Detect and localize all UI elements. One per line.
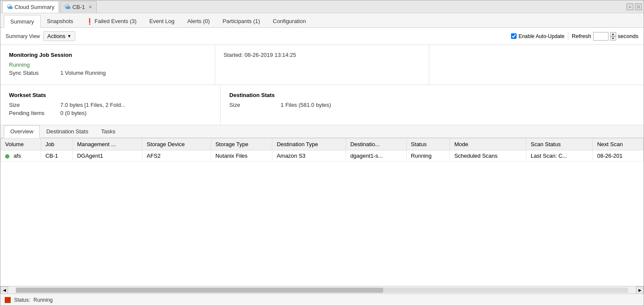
- scroll-right-button[interactable]: ▶: [636, 286, 644, 294]
- cell-storage-type: Nutanix Files: [211, 150, 272, 162]
- toolbar: Summary View Actions ▼ Enable Auto-Updat…: [0, 28, 644, 45]
- tab-configuration[interactable]: Configuration: [266, 15, 312, 27]
- title-tab-cb1[interactable]: 🌥 CB-1 ✕: [60, 1, 97, 13]
- title-bar: 🌥 Cloud Summary 🌥 CB-1 ✕ – □: [0, 0, 644, 13]
- maximize-button[interactable]: □: [635, 3, 642, 10]
- tab-failed-events-label: Failed Events (3): [95, 18, 136, 24]
- tab-snapshots-label: Snapshots: [47, 18, 73, 24]
- scroll-left-button[interactable]: ◀: [0, 286, 8, 294]
- monitoring-section: Monitoring Job Session Running Sync Stat…: [0, 45, 215, 85]
- monitoring-status: Running: [9, 62, 30, 68]
- col-status: Status: [406, 138, 450, 150]
- table-row[interactable]: afs CB-1 DGAgent1 AFS2 Nutanix Files Ama…: [1, 150, 644, 162]
- refresh-label: Refresh: [572, 33, 591, 39]
- status-indicator: [5, 297, 11, 303]
- toolbar-right: Enable Auto-Update Refresh 15 ▲ ▼ second…: [511, 32, 638, 41]
- cell-destination: dgagent1-s...: [346, 150, 407, 162]
- refresh-unit: seconds: [618, 33, 638, 39]
- sync-value: 1 Volume Running: [60, 70, 106, 76]
- sync-label: Sync Status: [9, 70, 60, 76]
- toolbar-divider: [568, 32, 568, 41]
- title-tab-label-cb1: CB-1: [72, 4, 85, 10]
- bottom-tab-dest-label: Destination Stats: [46, 128, 88, 135]
- minimize-button[interactable]: –: [626, 3, 633, 10]
- col-destination: Destinatio...: [346, 138, 407, 150]
- col-storage-type: Storage Type: [211, 138, 272, 150]
- bottom-tab-overview[interactable]: Overview: [4, 125, 40, 138]
- bottom-tab-tasks-label: Tasks: [101, 128, 115, 135]
- horizontal-scrollbar[interactable]: [16, 288, 628, 293]
- spin-down-button[interactable]: ▼: [610, 36, 616, 41]
- tab-configuration-label: Configuration: [273, 18, 306, 24]
- bottom-tab-overview-label: Overview: [10, 128, 33, 135]
- actions-button[interactable]: Actions ▼: [43, 31, 75, 41]
- volume-name: afs: [14, 153, 21, 159]
- window-controls: – □: [626, 3, 642, 10]
- cell-scan-status: Last Scan: C...: [526, 150, 593, 162]
- bottom-tab-tasks[interactable]: Tasks: [95, 125, 121, 138]
- cloud-icon: 🌥: [7, 3, 13, 10]
- monitoring-title: Monitoring Job Session: [9, 52, 206, 58]
- tab-failed-events[interactable]: ❗ Failed Events (3): [80, 15, 143, 27]
- refresh-control: Refresh 15 ▲ ▼ seconds: [572, 32, 638, 41]
- refresh-input[interactable]: 15: [593, 32, 609, 41]
- col-scan-status: Scan Status: [526, 138, 593, 150]
- table-header: Volume Job Management ... Storage Device…: [1, 138, 644, 150]
- sync-status-row: Sync Status 1 Volume Running: [9, 70, 206, 76]
- title-tab-label-cloud-summary: Cloud Summary: [15, 4, 54, 10]
- col-management: Management ...: [73, 138, 142, 150]
- tab-snapshots[interactable]: Snapshots: [41, 15, 80, 27]
- cell-storage-device: AFS2: [142, 150, 211, 162]
- started-section: Started: 08-26-2019 13:14:25: [215, 45, 430, 85]
- pending-row: Pending Items 0 (0 bytes): [9, 110, 212, 116]
- table-container: Volume Job Management ... Storage Device…: [0, 138, 644, 286]
- dest-stats-col: Destination Stats Size 1 Files (581.0 by…: [221, 85, 644, 125]
- cell-management: DGAgent1: [73, 150, 142, 162]
- workset-size-row: Size 7.0 bytes [1 Files, 2 Fold...: [9, 102, 212, 108]
- workset-size-label: Size: [9, 102, 60, 108]
- dropdown-icon: ▼: [67, 34, 71, 38]
- workset-panel: Workset Stats Size 7.0 bytes [1 Files, 2…: [0, 85, 644, 125]
- status-bar: Status: Running: [0, 294, 644, 306]
- col-mode: Mode: [450, 138, 526, 150]
- warning-icon: ❗: [86, 18, 93, 25]
- stats-panel: Monitoring Job Session Running Sync Stat…: [0, 45, 644, 85]
- auto-update-checkbox[interactable]: [511, 33, 517, 39]
- cell-volume: afs: [1, 150, 41, 162]
- horizontal-scrollbar-area: ◀ ▶: [0, 286, 644, 294]
- status-value: Running: [33, 297, 53, 303]
- tab-event-log[interactable]: Event Log: [143, 15, 181, 27]
- bottom-tab-destination-stats[interactable]: Destination Stats: [40, 125, 95, 138]
- tab-summary-label: Summary: [10, 18, 34, 25]
- col-job: Job: [41, 138, 73, 150]
- bottom-tabs: Overview Destination Stats Tasks: [0, 125, 644, 138]
- cell-next-scan: 08-26-201: [593, 150, 644, 162]
- cell-status: Running: [406, 150, 450, 162]
- dest-size-value: 1 Files (581.0 bytes): [281, 102, 331, 108]
- bottom-section: Overview Destination Stats Tasks Volume …: [0, 125, 644, 294]
- volume-status-dot: [5, 154, 9, 159]
- right-divider-section: [429, 45, 644, 85]
- dest-size-row: Size 1 Files (581.0 bytes): [229, 102, 635, 108]
- workset-section: Workset Stats Size 7.0 bytes [1 Files, 2…: [0, 85, 221, 125]
- tab-summary[interactable]: Summary: [4, 15, 41, 28]
- col-destination-type: Destination Type: [272, 138, 346, 150]
- spin-up-button[interactable]: ▲: [610, 32, 616, 36]
- workset-title: Workset Stats: [9, 92, 212, 98]
- toolbar-left: Summary View Actions ▼: [6, 31, 75, 41]
- auto-update-label: Enable Auto-Update: [519, 33, 564, 39]
- tab-alerts[interactable]: Alerts (0): [181, 15, 216, 27]
- col-next-scan: Next Scan: [593, 138, 644, 150]
- col-volume: Volume: [1, 138, 41, 150]
- title-tab-cloud-summary[interactable]: 🌥 Cloud Summary: [2, 1, 59, 13]
- tab-participants[interactable]: Participants (1): [216, 15, 266, 27]
- monitoring-status-row: Running: [9, 62, 206, 68]
- summary-area: Monitoring Job Session Running Sync Stat…: [0, 45, 644, 294]
- workset-size-value: 7.0 bytes [1 Files, 2 Fold...: [60, 102, 125, 108]
- close-icon-cb1[interactable]: ✕: [89, 5, 92, 9]
- pending-value: 0 (0 bytes): [60, 110, 86, 116]
- cloud-icon-cb1: 🌥: [65, 3, 71, 10]
- tab-bar: Summary Snapshots ❗ Failed Events (3) Ev…: [0, 13, 644, 28]
- cell-mode: Scheduled Scans: [450, 150, 526, 162]
- auto-update-control: Enable Auto-Update: [511, 33, 564, 39]
